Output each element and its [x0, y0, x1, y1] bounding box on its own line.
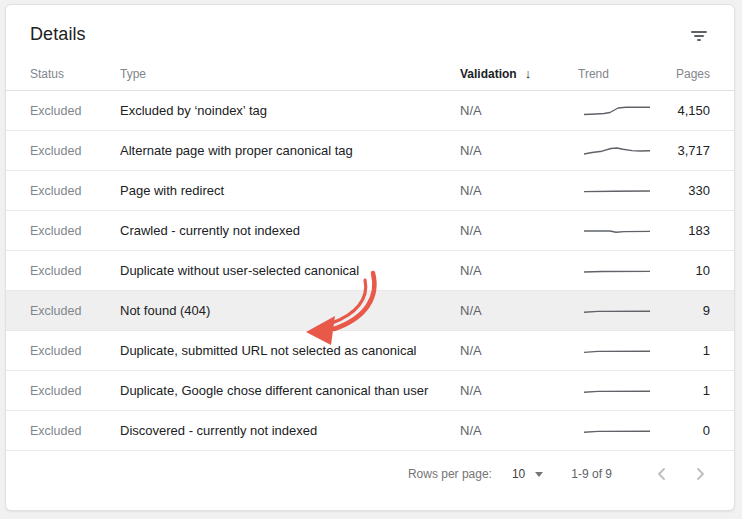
table-row[interactable]: Excluded Page with redirect N/A 330	[6, 171, 734, 211]
details-card: Details Status Type Validation↓ Trend Pa…	[5, 4, 735, 511]
type-cell: Duplicate, submitted URL not selected as…	[120, 343, 460, 358]
trend-sparkline-icon	[584, 181, 650, 201]
pages-cell: 1	[672, 383, 710, 398]
trend-cell	[572, 421, 672, 441]
type-cell: Duplicate, Google chose different canoni…	[120, 383, 460, 398]
pages-cell: 4,150	[672, 103, 710, 118]
table-row[interactable]: Excluded Duplicate, Google chose differe…	[6, 371, 734, 411]
column-header-trend: Trend	[572, 67, 672, 81]
trend-sparkline-icon	[584, 101, 650, 121]
type-cell: Duplicate without user-selected canonica…	[120, 263, 460, 278]
previous-page-button[interactable]	[650, 462, 674, 486]
type-cell: Page with redirect	[120, 183, 460, 198]
page-title: Details	[30, 24, 86, 44]
table-header-row: Status Type Validation↓ Trend Pages	[6, 57, 734, 91]
sort-descending-icon: ↓	[525, 66, 532, 81]
table-row[interactable]: Excluded Excluded by ‘noindex’ tag N/A 4…	[6, 91, 734, 131]
trend-sparkline-icon	[584, 381, 650, 401]
table-row[interactable]: Excluded Crawled - currently not indexed…	[6, 211, 734, 251]
rows-per-page-label: Rows per page:	[408, 467, 492, 481]
trend-sparkline-icon	[584, 301, 650, 321]
validation-cell: N/A	[460, 143, 572, 158]
trend-sparkline-icon	[584, 341, 650, 361]
status-cell: Excluded	[30, 184, 120, 198]
rows-per-page-select[interactable]: 10	[510, 463, 545, 485]
type-cell: Discovered - currently not indexed	[120, 423, 460, 438]
column-header-validation[interactable]: Validation↓	[460, 66, 572, 81]
next-page-button[interactable]	[688, 462, 712, 486]
validation-cell: N/A	[460, 383, 572, 398]
table-row[interactable]: Excluded Discovered - currently not inde…	[6, 411, 734, 451]
validation-cell: N/A	[460, 183, 572, 198]
trend-sparkline-icon	[584, 221, 650, 241]
chevron-left-icon	[652, 464, 672, 484]
pages-cell: 0	[672, 423, 710, 438]
table-row[interactable]: Excluded Duplicate, submitted URL not se…	[6, 331, 734, 371]
status-cell: Excluded	[30, 224, 120, 238]
validation-cell: N/A	[460, 423, 572, 438]
type-cell: Alternate page with proper canonical tag	[120, 143, 460, 158]
trend-cell	[572, 301, 672, 321]
validation-cell: N/A	[460, 343, 572, 358]
status-cell: Excluded	[30, 104, 120, 118]
filter-icon	[690, 31, 708, 41]
chevron-right-icon	[690, 464, 710, 484]
trend-sparkline-icon	[584, 141, 650, 161]
pagination-bar: Rows per page: 10 1-9 of 9	[6, 451, 734, 497]
validation-cell: N/A	[460, 263, 572, 278]
trend-cell	[572, 381, 672, 401]
type-cell: Not found (404)	[120, 303, 460, 318]
table-body: Excluded Excluded by ‘noindex’ tag N/A 4…	[6, 91, 734, 451]
pages-cell: 10	[672, 263, 710, 278]
rows-per-page-value: 10	[512, 467, 525, 481]
trend-cell	[572, 181, 672, 201]
pages-cell: 330	[672, 183, 710, 198]
status-cell: Excluded	[30, 264, 120, 278]
trend-cell	[572, 101, 672, 121]
trend-cell	[572, 141, 672, 161]
column-header-pages: Pages	[672, 67, 710, 81]
pages-cell: 3,717	[672, 143, 710, 158]
pagination-range: 1-9 of 9	[571, 467, 612, 481]
table-row[interactable]: Excluded Alternate page with proper cano…	[6, 131, 734, 171]
validation-cell: N/A	[460, 303, 572, 318]
table-row-highlighted[interactable]: Excluded Not found (404) N/A 9	[6, 291, 734, 331]
status-cell: Excluded	[30, 384, 120, 398]
trend-cell	[572, 341, 672, 361]
column-header-type: Type	[120, 67, 460, 81]
card-header: Details	[6, 5, 734, 57]
trend-sparkline-icon	[584, 261, 650, 281]
status-cell: Excluded	[30, 304, 120, 318]
status-cell: Excluded	[30, 144, 120, 158]
table-row[interactable]: Excluded Duplicate without user-selected…	[6, 251, 734, 291]
pages-cell: 9	[672, 303, 710, 318]
dropdown-caret-icon	[535, 472, 543, 477]
pages-cell: 183	[672, 223, 710, 238]
trend-cell	[572, 261, 672, 281]
type-cell: Excluded by ‘noindex’ tag	[120, 103, 460, 118]
status-cell: Excluded	[30, 424, 120, 438]
pages-cell: 1	[672, 343, 710, 358]
type-cell: Crawled - currently not indexed	[120, 223, 460, 238]
trend-cell	[572, 221, 672, 241]
trend-sparkline-icon	[584, 421, 650, 441]
column-header-status: Status	[30, 67, 120, 81]
validation-cell: N/A	[460, 223, 572, 238]
status-cell: Excluded	[30, 344, 120, 358]
filter-button[interactable]	[686, 23, 712, 49]
validation-cell: N/A	[460, 103, 572, 118]
